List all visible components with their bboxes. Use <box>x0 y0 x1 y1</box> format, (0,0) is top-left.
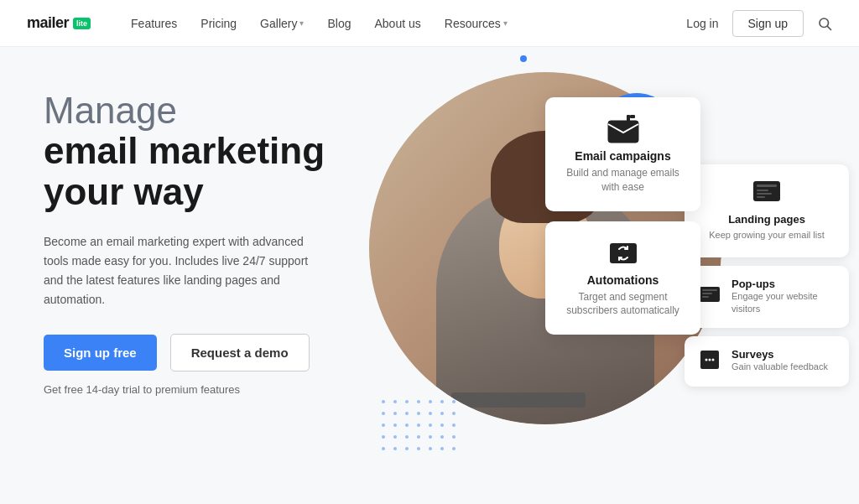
logo[interactable]: mailerlite <box>27 14 91 32</box>
dot-pattern-decoration <box>382 400 459 454</box>
search-icon <box>817 16 832 31</box>
nav-pricing[interactable]: Pricing <box>200 17 237 30</box>
nav-gallery[interactable]: Gallery▾ <box>260 17 304 30</box>
search-button[interactable] <box>817 16 832 31</box>
hero-actions: Sign up free Request a demo <box>44 334 325 372</box>
main-content: Manage email marketing your way Become a… <box>0 47 859 504</box>
svg-rect-8 <box>757 190 768 191</box>
signup-free-button[interactable]: Sign up free <box>44 335 157 371</box>
decorative-dot <box>520 55 527 62</box>
svg-rect-3 <box>627 115 630 123</box>
surveys-title: Surveys <box>731 348 828 361</box>
svg-rect-9 <box>757 193 772 195</box>
nav-blog[interactable]: Blog <box>327 17 351 30</box>
trial-text: Get free 14-day trial to premium feature… <box>44 383 325 396</box>
popups-desc: Engage your website visitors <box>731 290 836 316</box>
email-campaigns-icon <box>564 114 682 144</box>
email-campaigns-desc: Build and manage emails with ease <box>564 166 682 195</box>
popups-icon <box>698 283 721 307</box>
gallery-arrow-icon: ▾ <box>299 18 304 28</box>
automations-title: Automations <box>564 273 682 287</box>
nav-about[interactable]: About us <box>375 17 421 30</box>
hero-subtext: Become an email marketing expert with ad… <box>44 232 312 309</box>
email-campaigns-card: Email campaigns Build and manage emails … <box>545 97 700 211</box>
svg-rect-10 <box>757 196 765 198</box>
svg-rect-14 <box>702 296 709 298</box>
hero-heading: Manage email marketing your way <box>44 91 325 212</box>
surveys-desc: Gain valuable feedback <box>731 361 828 373</box>
center-feature-cards: Email campaigns Build and manage emails … <box>545 97 700 335</box>
resources-arrow-icon: ▾ <box>503 18 508 28</box>
hero-heading-bold-2: your way <box>44 171 204 212</box>
svg-point-16 <box>705 358 708 361</box>
hero-heading-bold-1: email marketing <box>44 130 325 171</box>
svg-point-18 <box>712 358 715 361</box>
header: mailerlite Features Pricing Gallery▾ Blo… <box>0 0 859 47</box>
logo-text: mailer <box>27 14 69 32</box>
popups-card: Pop-ups Engage your website visitors <box>685 266 849 328</box>
landing-pages-desc: Keep growing your email list <box>709 229 825 242</box>
nav-resources[interactable]: Resources▾ <box>445 17 508 30</box>
login-button[interactable]: Log in <box>686 17 718 30</box>
email-campaigns-title: Email campaigns <box>564 149 682 163</box>
landing-pages-title: Landing pages <box>728 213 805 226</box>
right-feature-cards: Landing pages Keep growing your email li… <box>674 47 859 504</box>
landing-pages-card: Landing pages Keep growing your email li… <box>685 164 849 257</box>
logo-badge: lite <box>73 18 91 29</box>
nav-features[interactable]: Features <box>131 17 177 30</box>
svg-rect-4 <box>630 115 635 118</box>
svg-rect-7 <box>757 184 777 187</box>
landing-pages-icon <box>752 179 782 206</box>
automations-card: Automations Target and segment subscribe… <box>545 221 700 335</box>
demo-button[interactable]: Request a demo <box>170 334 310 372</box>
signup-button[interactable]: Sign up <box>732 10 804 37</box>
hero-visual: Email campaigns Build and manage emails … <box>352 47 859 504</box>
popups-title: Pop-ups <box>731 278 836 290</box>
svg-line-1 <box>827 26 830 29</box>
header-actions: Log in Sign up <box>686 10 832 37</box>
hero-heading-light: Manage <box>44 90 177 131</box>
automations-desc: Target and segment subscribers automatic… <box>564 290 682 319</box>
surveys-icon <box>698 348 721 372</box>
automations-icon <box>564 238 682 268</box>
hero-text: Manage email marketing your way Become a… <box>0 47 352 504</box>
surveys-card: Surveys Gain valuable feedback <box>685 336 849 387</box>
main-nav: Features Pricing Gallery▾ Blog About us … <box>131 17 686 30</box>
svg-rect-12 <box>702 289 717 291</box>
svg-rect-13 <box>702 293 712 294</box>
svg-point-17 <box>709 358 711 361</box>
